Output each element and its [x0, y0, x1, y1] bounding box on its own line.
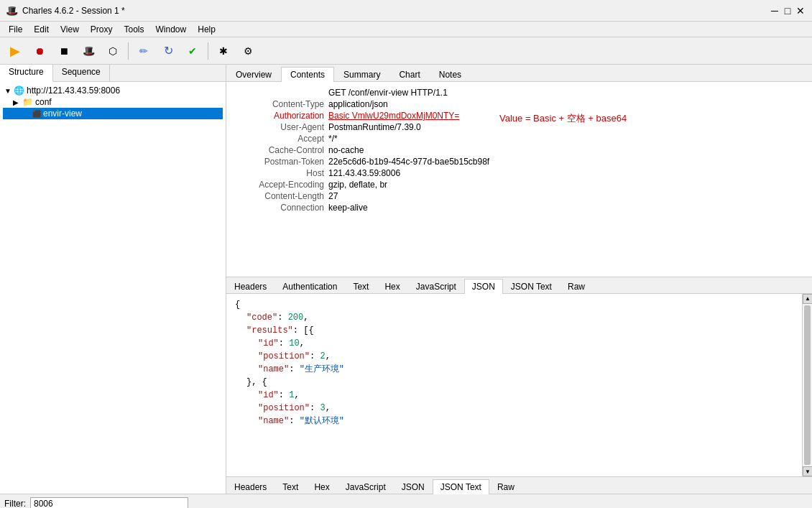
tree-item-conf[interactable]: ▶ 📁 conf [3, 96, 223, 108]
record-button[interactable]: ⏺ [29, 40, 50, 62]
req-label-cl: Content-Length [235, 191, 328, 201]
req-label-cc: Cache-Control [235, 145, 328, 155]
mid-tab-hex[interactable]: Hex [377, 279, 407, 294]
top-tabs: Overview Contents Summary Chart Notes [226, 65, 812, 82]
json-line-9: "position": 3, [235, 402, 793, 415]
refresh-button[interactable]: ↻ [157, 40, 179, 62]
right-panel: Overview Contents Summary Chart Notes GE… [226, 65, 812, 494]
scroll-thumb[interactable] [804, 305, 811, 466]
mid-tab-javascript[interactable]: JavaScript [408, 279, 464, 294]
new-session-button[interactable]: ▶ [4, 40, 26, 62]
bottom-tab-headers[interactable]: Headers [226, 479, 274, 494]
req-value-ua: PostmanRuntime/7.39.0 [328, 122, 421, 132]
stop-icon: ⏹ [59, 45, 69, 57]
json-line-7: }, { [235, 376, 793, 389]
scrollbar-right[interactable]: ▲ ▼ [802, 294, 812, 477]
minimize-button[interactable]: ─ [769, 5, 780, 17]
tab-sequence[interactable]: Sequence [53, 65, 110, 81]
tab-contents[interactable]: Contents [281, 67, 334, 82]
mid-tab-raw[interactable]: Raw [560, 279, 593, 294]
json-line-10: "name": "默认环境" [235, 415, 793, 428]
bottom-tab-raw[interactable]: Raw [489, 479, 522, 494]
request-host: Host 121.43.43.59:8006 [235, 168, 803, 178]
app-icon: 🎩 [6, 5, 18, 17]
settings-button[interactable]: ⚙ [237, 40, 259, 62]
tab-summary[interactable]: Summary [334, 67, 389, 82]
mid-tab-text[interactable]: Text [345, 279, 377, 294]
json-content: { "code": 200, "results": [{ "id": 10, "… [226, 294, 802, 477]
menu-window[interactable]: Window [150, 23, 193, 36]
tree-item-envir-view[interactable]: ⬛ envir-view [3, 108, 223, 119]
mid-tab-json-text[interactable]: JSON Text [503, 279, 560, 294]
req-label-empty [235, 88, 328, 98]
mid-tab-json[interactable]: JSON [464, 279, 503, 294]
mid-tab-headers[interactable]: Headers [226, 279, 274, 294]
req-label-auth: Authorization [235, 111, 328, 121]
scroll-up-btn[interactable]: ▲ [803, 294, 812, 304]
charles-hat-button[interactable]: 🎩 [78, 40, 99, 62]
json-scroll-area: { "code": 200, "results": [{ "id": 10, "… [226, 294, 812, 477]
menu-edit[interactable]: Edit [28, 23, 55, 36]
bottom-tab-javascript[interactable]: JavaScript [338, 479, 394, 494]
tree-item-root[interactable]: ▼ 🌐 http://121.43.43.59:8006 [3, 85, 223, 96]
req-label-pt: Postman-Token [235, 157, 328, 167]
mid-tabs: Headers Authentication Text Hex JavaScri… [226, 277, 812, 294]
check-icon: ✔ [188, 45, 197, 57]
menu-file[interactable]: File [3, 23, 28, 36]
tree-label-conf: conf [35, 97, 52, 107]
pencil-icon: ✏ [139, 45, 148, 57]
bottom-tabs: Headers Text Hex JavaScript JSON JSON Te… [226, 476, 812, 494]
bottom-tab-json[interactable]: JSON [394, 479, 433, 494]
scroll-down-btn[interactable]: ▼ [803, 466, 812, 476]
request-accept-encoding: Accept-Encoding gzip, deflate, br [235, 180, 803, 190]
toolbar: ▶ ⏺ ⏹ 🎩 ⬡ ✏ ↻ ✔ ✱ ⚙ [0, 37, 812, 65]
request-content-type: Content-Type application/json [235, 99, 803, 109]
bottom-tab-json-text[interactable]: JSON Text [433, 479, 489, 494]
json-line-6: "name": "生产环境" [235, 363, 793, 376]
filter-input[interactable] [30, 497, 188, 509]
tab-overview[interactable]: Overview [226, 67, 281, 82]
window-controls[interactable]: ─ □ ✕ [769, 5, 806, 17]
main-container: Structure Sequence ▼ 🌐 http://121.43.43.… [0, 65, 812, 494]
req-value-cl: 27 [328, 191, 338, 201]
bottom-tab-text[interactable]: Text [274, 479, 306, 494]
menu-proxy[interactable]: Proxy [85, 23, 119, 36]
json-line-1: { [235, 298, 793, 311]
globe-icon: 🌐 [14, 86, 24, 96]
tab-chart[interactable]: Chart [389, 67, 429, 82]
tree-label-root: http://121.43.43.59:8006 [27, 86, 120, 96]
req-value-cc: no-cache [328, 145, 364, 155]
toolbar-separator-2 [208, 42, 208, 60]
tools-button[interactable]: ✱ [213, 40, 234, 62]
maximize-button[interactable]: □ [782, 5, 793, 17]
new-session-icon: ▶ [10, 43, 20, 59]
tree-toggle-conf[interactable]: ▶ [13, 98, 20, 106]
req-value-ae: gzip, deflate, br [328, 180, 387, 190]
json-line-5: "position": 2, [235, 350, 793, 363]
edit-button[interactable]: ✏ [133, 40, 154, 62]
throttle-button[interactable]: ⬡ [102, 40, 124, 62]
check-button[interactable]: ✔ [182, 40, 203, 62]
menu-tools[interactable]: Tools [119, 23, 150, 36]
tree-toggle-root[interactable]: ▼ [4, 87, 11, 95]
req-value-ct: application/json [328, 99, 388, 109]
stop-button[interactable]: ⏹ [53, 40, 75, 62]
req-value-accept: */* [328, 134, 338, 144]
gear-icon: ⚙ [244, 45, 253, 57]
menu-help[interactable]: Help [192, 23, 221, 36]
mid-tab-authentication[interactable]: Authentication [274, 279, 345, 294]
request-postman-token: Postman-Token 22e5c6d6-b1b9-454c-977d-ba… [235, 157, 803, 167]
req-value-host: 121.43.43.59:8006 [328, 168, 400, 178]
window-title: Charles 4.6.2 - Session 1 * [22, 6, 125, 16]
tab-notes[interactable]: Notes [430, 67, 471, 82]
bottom-tab-hex[interactable]: Hex [306, 479, 337, 494]
req-value-pt: 22e5c6d6-b1b9-454c-977d-bae5b15cb98f [328, 157, 489, 167]
menu-view[interactable]: View [55, 23, 85, 36]
filter-label: Filter: [4, 499, 26, 509]
file-icon: ⬛ [32, 110, 41, 118]
tab-structure[interactable]: Structure [0, 65, 53, 82]
req-label-accept: Accept [235, 134, 328, 144]
close-button[interactable]: ✕ [795, 5, 806, 17]
req-value-firstline: GET /conf/envir-view HTTP/1.1 [328, 88, 448, 98]
req-label-host: Host [235, 168, 328, 178]
